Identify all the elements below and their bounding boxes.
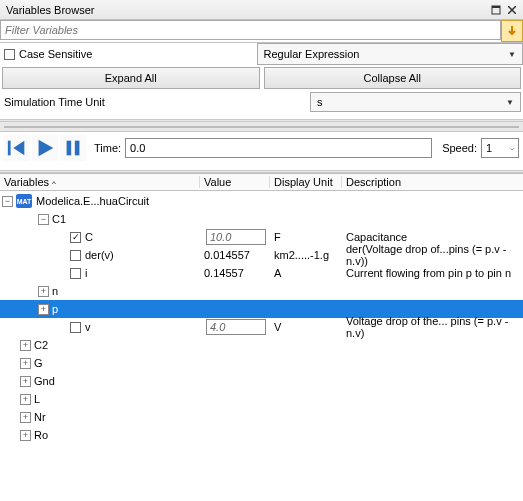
node-label: C1	[52, 213, 66, 225]
desc-cell: der(Voltage drop of...pins (= p.v - n.v)…	[342, 243, 523, 267]
model-icon: MAT	[16, 194, 32, 208]
tree-root[interactable]: − MAT Modelica.E...huaCircuit	[0, 192, 523, 210]
node-label: Nr	[34, 411, 46, 423]
value-input[interactable]: 4.0	[206, 319, 266, 335]
value-cell: 0.014557	[200, 249, 270, 261]
svg-rect-7	[67, 141, 72, 156]
match-mode-value: Regular Expression	[264, 48, 360, 60]
expand-icon[interactable]: +	[20, 394, 31, 405]
rewind-button[interactable]	[4, 135, 30, 161]
tree-node-l[interactable]: +L	[0, 390, 523, 408]
node-label: G	[34, 357, 43, 369]
desc-cell: Current flowing from pin p to pin n	[342, 267, 523, 279]
speed-value: 1	[486, 142, 492, 154]
column-header-description[interactable]: Description	[342, 176, 523, 188]
time-scrubber[interactable]	[0, 122, 523, 132]
expand-icon[interactable]: +	[20, 358, 31, 369]
collapse-all-button[interactable]: Collapse All	[264, 67, 522, 89]
leaf-label: C	[85, 231, 93, 243]
expand-all-button[interactable]: Expand All	[2, 67, 260, 89]
tree-leaf-derv[interactable]: der(v) 0.014557 km2.....-1.g der(Voltage…	[0, 246, 523, 264]
collapse-icon[interactable]: −	[38, 214, 49, 225]
sim-time-unit-label: Simulation Time Unit	[0, 96, 310, 108]
chevron-down-icon: ▼	[506, 98, 514, 107]
speed-select[interactable]: 1 ⌵	[481, 138, 519, 158]
expand-icon[interactable]: +	[38, 304, 49, 315]
filter-input[interactable]	[0, 20, 501, 40]
plot-checkbox[interactable]	[70, 250, 81, 261]
tree-node-c1[interactable]: − C1	[0, 210, 523, 228]
leaf-label: i	[85, 267, 87, 279]
svg-rect-4	[8, 141, 11, 156]
undock-icon[interactable]	[489, 3, 503, 17]
collapse-icon[interactable]: −	[2, 196, 13, 207]
expand-icon[interactable]: +	[20, 412, 31, 423]
svg-marker-5	[13, 141, 24, 156]
tree-node-g[interactable]: +G	[0, 354, 523, 372]
expand-icon[interactable]: +	[38, 286, 49, 297]
expand-icon[interactable]: +	[20, 430, 31, 441]
unit-cell: F	[270, 231, 342, 243]
desc-cell: Capacitance	[342, 231, 523, 243]
sim-time-unit-select[interactable]: s ▼	[310, 92, 521, 112]
svg-rect-1	[492, 6, 500, 8]
tree-node-gnd[interactable]: +Gnd	[0, 372, 523, 390]
filter-dropdown-button[interactable]	[501, 20, 523, 42]
value-cell: 0.14557	[200, 267, 270, 279]
plot-checkbox[interactable]: ✓	[70, 232, 81, 243]
match-mode-select[interactable]: Regular Expression ▼	[257, 43, 524, 65]
tree-leaf-i[interactable]: i 0.14557 A Current flowing from pin p t…	[0, 264, 523, 282]
unit-cell: A	[270, 267, 342, 279]
column-header-variables[interactable]: Variables ^	[0, 176, 200, 188]
column-header-value[interactable]: Value	[200, 176, 270, 188]
node-label: n	[52, 285, 58, 297]
unit-cell: km2.....-1.g	[270, 249, 342, 261]
node-label: L	[34, 393, 40, 405]
expand-icon[interactable]: +	[20, 376, 31, 387]
plot-checkbox[interactable]	[70, 268, 81, 279]
leaf-label: v	[85, 321, 91, 333]
node-label: Ro	[34, 429, 48, 441]
plot-checkbox[interactable]	[70, 322, 81, 333]
close-icon[interactable]	[505, 3, 519, 17]
tree-node-n[interactable]: + n	[0, 282, 523, 300]
expand-icon[interactable]: +	[20, 340, 31, 351]
panel-title: Variables Browser	[6, 4, 487, 16]
pause-button[interactable]	[60, 135, 86, 161]
case-sensitive-label: Case Sensitive	[19, 48, 92, 60]
node-label: C2	[34, 339, 48, 351]
play-button[interactable]	[32, 135, 58, 161]
time-label: Time:	[94, 142, 121, 154]
chevron-down-icon: ⌵	[510, 144, 514, 152]
tree-root-label: Modelica.E...huaCircuit	[36, 195, 149, 207]
leaf-label: der(v)	[85, 249, 114, 261]
case-sensitive-checkbox[interactable]	[4, 49, 15, 60]
chevron-down-icon: ▼	[508, 50, 516, 59]
sim-time-unit-value: s	[317, 96, 323, 108]
desc-cell: Voltage drop of the... pins (= p.v - n.v…	[342, 315, 523, 339]
svg-rect-8	[75, 141, 80, 156]
node-label: Gnd	[34, 375, 55, 387]
time-input[interactable]	[125, 138, 432, 158]
node-label: p	[52, 303, 58, 315]
tree-leaf-v[interactable]: v 4.0 V Voltage drop of the... pins (= p…	[0, 318, 523, 336]
tree-node-nr[interactable]: +Nr	[0, 408, 523, 426]
column-header-display-unit[interactable]: Display Unit	[270, 176, 342, 188]
value-input[interactable]: 10.0	[206, 229, 266, 245]
tree-node-ro[interactable]: +Ro	[0, 426, 523, 444]
svg-marker-6	[39, 140, 54, 157]
speed-label: Speed:	[442, 142, 477, 154]
unit-cell: V	[270, 321, 342, 333]
